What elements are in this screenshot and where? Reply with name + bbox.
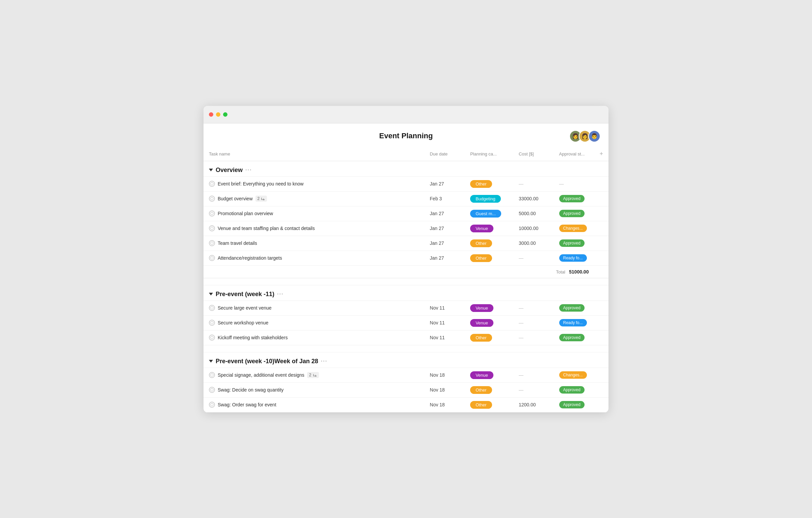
category-badge[interactable]: Other [470,334,492,342]
table-row: Kickoff meeting with stakeholders Nov 11… [204,330,608,345]
section-menu-button[interactable]: ··· [277,291,283,297]
svg-point-11 [211,403,213,406]
titlebar [204,106,608,123]
category-cell: Other [465,382,513,397]
page-title: Event Planning [204,132,608,147]
cost-cell: 1200.00 [513,397,554,412]
category-badge[interactable]: Venue [470,225,493,232]
section-menu-button[interactable]: ··· [245,167,252,173]
category-cell: Venue [465,315,513,330]
status-badge: Approved [559,401,585,408]
category-cell: Other [465,176,513,191]
col-due-date: Due date [425,147,465,161]
table-row: Budget overview 2 Feb 3 Budgeting 33000.… [204,191,608,206]
task-name: Special signage, additional event design… [218,372,304,378]
section-header: Overview ··· [204,161,608,176]
svg-point-8 [211,336,213,339]
add-column-button[interactable]: + [594,147,608,161]
task-check[interactable] [209,255,215,261]
task-name: Event brief: Everything you need to know [218,181,303,186]
status-badge: Approved [559,386,585,394]
task-check[interactable] [209,402,215,408]
status-badge: Approved [559,304,585,312]
row-actions [594,236,608,251]
subtask-count: 2 [255,196,267,202]
section-total-row: Total 51000.00 [204,265,608,278]
section-collapse-button[interactable] [209,360,213,363]
category-badge[interactable]: Venue [470,304,493,312]
approval-cell: Approved [554,206,594,221]
task-check[interactable] [209,387,215,393]
app-window: Event Planning 👩 👩 👨 Task name Due date … [204,106,608,412]
svg-point-9 [211,374,213,376]
table-row: Promotional plan overview Jan 27 Guest m… [204,206,608,221]
approval-cell: Ready fo... [554,315,594,330]
category-badge[interactable]: Guest m... [470,210,501,218]
status-badge: Ready fo... [559,319,587,326]
category-cell: Venue [465,300,513,315]
category-cell: Other [465,236,513,251]
cost-cell: 3000.00 [513,236,554,251]
cost-cell: 10000.00 [513,221,554,236]
category-cell: Venue [465,221,513,236]
task-check[interactable] [209,320,215,326]
table-row: Attendance/registration targets Jan 27 O… [204,251,608,265]
task-check[interactable] [209,240,215,246]
section-title: Pre-event (week -11) [216,291,274,298]
section-title: Overview [216,167,243,174]
category-badge[interactable]: Budgeting [470,195,501,203]
svg-point-2 [211,212,213,215]
close-button[interactable] [209,112,213,117]
task-check[interactable] [209,181,215,187]
col-cost: Cost [$] [513,147,554,161]
category-cell: Guest m... [465,206,513,221]
task-name: Secure workshop venue [218,320,268,325]
task-name: Kickoff meeting with stakeholders [218,335,288,340]
approval-cell: Changes... [554,221,594,236]
task-name: Budget overview [218,196,253,201]
table-row: Swag: Order swag for event Nov 18 Other … [204,397,608,412]
section-collapse-button[interactable] [209,293,213,295]
task-name: Swag: Decide on swag quantity [218,387,283,393]
status-badge: Approved [559,195,585,202]
status-badge: Changes... [559,225,587,232]
task-check[interactable] [209,225,215,231]
task-check[interactable] [209,305,215,311]
category-badge[interactable]: Other [470,401,492,409]
cost-cell: — [513,368,554,382]
row-actions [594,330,608,345]
due-date-cell: Nov 18 [425,382,465,397]
col-task-name: Task name [204,147,425,161]
category-badge[interactable]: Other [470,254,492,262]
section-menu-button[interactable]: ··· [321,358,327,364]
due-date-cell: Jan 27 [425,221,465,236]
svg-point-10 [211,388,213,391]
row-actions [594,221,608,236]
category-badge[interactable]: Other [470,239,492,247]
due-date-cell: Nov 11 [425,300,465,315]
task-check[interactable] [209,372,215,378]
section-collapse-button[interactable] [209,169,213,171]
row-actions [594,251,608,265]
section-spacer [204,278,608,285]
col-planning-cat: Planning ca... [465,147,513,161]
col-approval: Approval st... [554,147,594,161]
task-check[interactable] [209,196,215,202]
task-name: Swag: Order swag for event [218,402,276,407]
maximize-button[interactable] [223,112,227,117]
category-badge[interactable]: Venue [470,371,493,379]
svg-point-7 [211,321,213,324]
due-date-cell: Feb 3 [425,191,465,206]
table-row: Event brief: Everything you need to know… [204,176,608,191]
minimize-button[interactable] [216,112,220,117]
task-check[interactable] [209,210,215,217]
svg-point-0 [211,182,213,185]
category-badge[interactable]: Other [470,180,492,188]
task-check[interactable] [209,335,215,341]
task-name: Promotional plan overview [218,211,273,216]
task-name: Venue and team staffing plan & contact d… [218,226,315,231]
category-badge[interactable]: Venue [470,319,493,327]
table-row: Special signage, additional event design… [204,368,608,382]
category-badge[interactable]: Other [470,386,492,394]
category-cell: Other [465,397,513,412]
